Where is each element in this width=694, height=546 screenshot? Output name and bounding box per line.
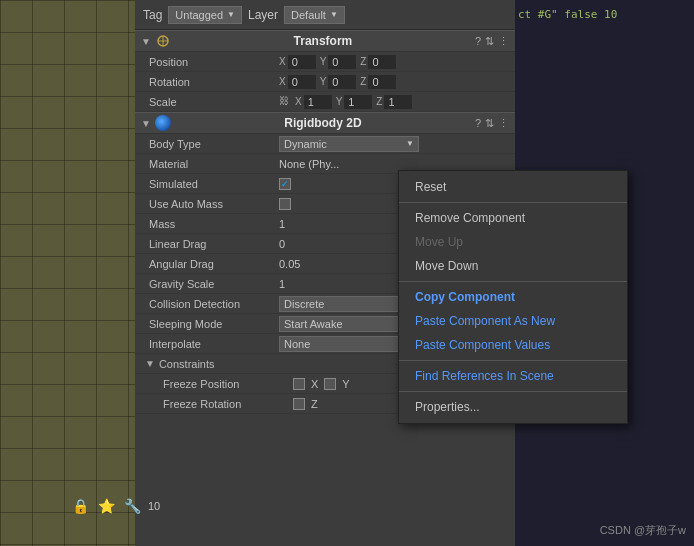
ctx-paste-as-new[interactable]: Paste Component As New [399, 309, 627, 333]
ctx-sep-3 [399, 360, 627, 361]
context-menu: Reset Remove Component Move Up Move Down… [398, 170, 628, 424]
rotation-label: Rotation [149, 76, 279, 88]
body-type-dropdown[interactable]: Dynamic [279, 136, 419, 152]
position-row: Position X Y Z [135, 52, 515, 72]
pos-z-label: Z [360, 56, 366, 67]
code-text: ct #G" false 10 [518, 8, 617, 21]
mass-label: Mass [149, 218, 279, 230]
scale-y-label: Y [336, 96, 343, 107]
lock-icon[interactable]: 🔒 [70, 496, 90, 516]
gravity-scale-value: 1 [279, 278, 285, 290]
simulated-label: Simulated [149, 178, 279, 190]
scale-x-input[interactable] [304, 95, 332, 109]
freeze-position-label: Freeze Position [163, 378, 293, 390]
star-icon[interactable]: ⭐ [96, 496, 116, 516]
layer-dropdown[interactable]: Default [284, 6, 345, 24]
freeze-pos-x-checkbox[interactable] [293, 378, 305, 390]
transform-icon [155, 33, 171, 49]
rigidbody-icon [155, 115, 171, 131]
rot-y-input[interactable] [328, 75, 356, 89]
scale-z-input[interactable] [384, 95, 412, 109]
rb-fold-arrow: ▼ [141, 118, 151, 129]
ctx-sep-4 [399, 391, 627, 392]
ctx-move-up: Move Up [399, 230, 627, 254]
scale-z-label: Z [376, 96, 382, 107]
sleeping-mode-label: Sleeping Mode [149, 318, 279, 330]
rot-z-input[interactable] [368, 75, 396, 89]
linear-drag-value: 0 [279, 238, 285, 250]
ctx-copy-component[interactable]: Copy Component [399, 285, 627, 309]
scale-link-icon: ⛓ [279, 95, 289, 109]
auto-mass-label: Use Auto Mass [149, 198, 279, 210]
count-badge: 10 [148, 500, 160, 512]
watermark-text: CSDN @芽孢子w [600, 523, 686, 538]
mass-value: 1 [279, 218, 285, 230]
rotation-row: Rotation X Y Z [135, 72, 515, 92]
ctx-find-references[interactable]: Find References In Scene [399, 364, 627, 388]
scale-label: Scale [149, 96, 279, 108]
body-type-row: Body Type Dynamic [135, 134, 515, 154]
transform-help-icon[interactable]: ? [475, 35, 481, 48]
pos-z-input[interactable] [368, 55, 396, 69]
ctx-properties[interactable]: Properties... [399, 395, 627, 419]
ctx-paste-values[interactable]: Paste Component Values [399, 333, 627, 357]
rb-section-icons: ? ⇅ ⋮ [475, 117, 509, 130]
ctx-move-down[interactable]: Move Down [399, 254, 627, 278]
freeze-pos-x-label: X [311, 378, 318, 390]
auto-mass-checkbox[interactable] [279, 198, 291, 210]
body-type-label: Body Type [149, 138, 279, 150]
angular-drag-value: 0.05 [279, 258, 300, 270]
pos-x-input[interactable] [288, 55, 316, 69]
rigidbody-title: Rigidbody 2D [175, 116, 471, 130]
constraints-label: Constraints [159, 358, 215, 370]
position-xyz: X Y Z [279, 55, 509, 69]
ctx-sep-2 [399, 281, 627, 282]
rotation-xyz: X Y Z [279, 75, 509, 89]
freeze-rot-z-checkbox[interactable] [293, 398, 305, 410]
scene-view-background [0, 0, 135, 546]
ctx-sep-1 [399, 202, 627, 203]
pos-y-input[interactable] [328, 55, 356, 69]
rigidbody-header[interactable]: ▼ Rigidbody 2D ? ⇅ ⋮ [135, 112, 515, 134]
freeze-rotation-label: Freeze Rotation [163, 398, 293, 410]
rot-z-label: Z [360, 76, 366, 87]
simulated-checkbox[interactable] [279, 178, 291, 190]
scale-y-input[interactable] [344, 95, 372, 109]
transform-settings-icon[interactable]: ⇅ [485, 35, 494, 48]
ctx-reset[interactable]: Reset [399, 175, 627, 199]
rb-settings-icon[interactable]: ⇅ [485, 117, 494, 130]
pos-x-label: X [279, 56, 286, 67]
transform-section-icons: ? ⇅ ⋮ [475, 35, 509, 48]
constraints-fold-arrow: ▼ [145, 358, 155, 369]
ctx-remove-component[interactable]: Remove Component [399, 206, 627, 230]
transform-fold-arrow: ▼ [141, 36, 151, 47]
angular-drag-label: Angular Drag [149, 258, 279, 270]
rot-y-label: Y [320, 76, 327, 87]
scale-x-label: X [295, 96, 302, 107]
rb-menu-icon[interactable]: ⋮ [498, 117, 509, 130]
tag-dropdown[interactable]: Untagged [168, 6, 242, 24]
freeze-pos-y-checkbox[interactable] [324, 378, 336, 390]
collision-detection-label: Collision Detection [149, 298, 279, 310]
freeze-rot-z-label: Z [311, 398, 318, 410]
layer-label: Layer [248, 8, 278, 22]
rot-x-input[interactable] [288, 75, 316, 89]
tag-label: Tag [143, 8, 162, 22]
tag-layer-bar: Tag Untagged Layer Default [135, 0, 515, 30]
scale-row: Scale ⛓ X Y Z [135, 92, 515, 112]
bottom-toolbar: 🔒 ⭐ 🔧 10 [70, 496, 160, 516]
wrench-icon[interactable]: 🔧 [122, 496, 142, 516]
scale-xyz: ⛓ X Y Z [279, 95, 509, 109]
rot-x-label: X [279, 76, 286, 87]
rb-help-icon[interactable]: ? [475, 117, 481, 130]
linear-drag-label: Linear Drag [149, 238, 279, 250]
transform-title: Transform [175, 34, 471, 48]
gravity-scale-label: Gravity Scale [149, 278, 279, 290]
position-label: Position [149, 56, 279, 68]
pos-y-label: Y [320, 56, 327, 67]
interpolate-label: Interpolate [149, 338, 279, 350]
transform-menu-icon[interactable]: ⋮ [498, 35, 509, 48]
material-value: None (Phy... [279, 158, 339, 170]
freeze-pos-y-label: Y [342, 378, 349, 390]
transform-header[interactable]: ▼ Transform ? ⇅ ⋮ [135, 30, 515, 52]
